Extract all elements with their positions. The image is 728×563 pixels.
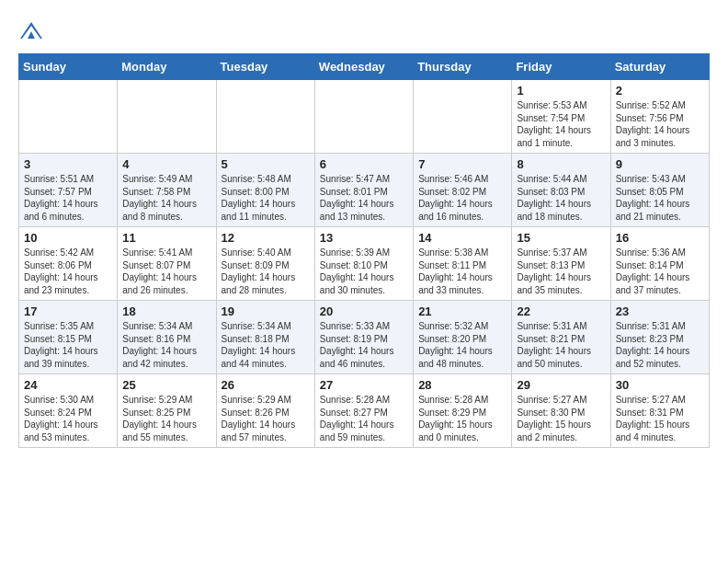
day-cell: 18Sunrise: 5:34 AM Sunset: 8:16 PM Dayli… — [118, 301, 216, 374]
day-header-friday: Friday — [512, 54, 610, 80]
day-number: 24 — [24, 378, 112, 392]
day-number: 27 — [320, 378, 408, 392]
day-info: Sunrise: 5:29 AM Sunset: 8:25 PM Dayligh… — [122, 394, 210, 443]
day-cell: 23Sunrise: 5:31 AM Sunset: 8:23 PM Dayli… — [610, 301, 709, 374]
day-info: Sunrise: 5:52 AM Sunset: 7:56 PM Dayligh… — [616, 99, 704, 149]
day-cell — [118, 80, 216, 154]
day-cell: 1Sunrise: 5:53 AM Sunset: 7:54 PM Daylig… — [512, 80, 610, 154]
day-number: 4 — [122, 157, 210, 171]
day-number: 8 — [517, 157, 605, 171]
day-cell: 19Sunrise: 5:34 AM Sunset: 8:18 PM Dayli… — [216, 301, 314, 374]
week-row: 1Sunrise: 5:53 AM Sunset: 7:54 PM Daylig… — [19, 80, 710, 154]
day-cell: 15Sunrise: 5:37 AM Sunset: 8:13 PM Dayli… — [512, 227, 610, 301]
day-cell: 25Sunrise: 5:29 AM Sunset: 8:25 PM Dayli… — [118, 374, 216, 448]
day-cell — [314, 80, 413, 154]
day-info: Sunrise: 5:37 AM Sunset: 8:13 PM Dayligh… — [517, 247, 605, 296]
day-info: Sunrise: 5:47 AM Sunset: 8:01 PM Dayligh… — [320, 173, 408, 223]
day-number: 20 — [320, 304, 408, 318]
day-number: 28 — [418, 378, 506, 392]
day-info: Sunrise: 5:34 AM Sunset: 8:18 PM Dayligh… — [222, 320, 310, 370]
day-info: Sunrise: 5:53 AM Sunset: 7:54 PM Dayligh… — [517, 99, 605, 149]
day-header-sunday: Sunday — [19, 54, 118, 80]
day-number: 26 — [222, 378, 310, 392]
day-number: 11 — [122, 231, 210, 245]
day-cell: 14Sunrise: 5:38 AM Sunset: 8:11 PM Dayli… — [414, 227, 512, 301]
day-cell: 11Sunrise: 5:41 AM Sunset: 8:07 PM Dayli… — [118, 227, 216, 301]
day-cell: 13Sunrise: 5:39 AM Sunset: 8:10 PM Dayli… — [314, 227, 413, 301]
day-number: 12 — [222, 231, 310, 245]
day-info: Sunrise: 5:30 AM Sunset: 8:24 PM Dayligh… — [24, 394, 112, 443]
week-row: 10Sunrise: 5:42 AM Sunset: 8:06 PM Dayli… — [19, 227, 710, 301]
day-cell — [414, 80, 512, 154]
day-cell: 12Sunrise: 5:40 AM Sunset: 8:09 PM Dayli… — [216, 227, 314, 301]
day-info: Sunrise: 5:31 AM Sunset: 8:23 PM Dayligh… — [616, 320, 704, 370]
day-cell: 21Sunrise: 5:32 AM Sunset: 8:20 PM Dayli… — [414, 301, 512, 374]
day-number: 29 — [517, 378, 605, 392]
day-cell — [19, 80, 118, 154]
day-number: 3 — [24, 157, 112, 171]
day-info: Sunrise: 5:42 AM Sunset: 8:06 PM Dayligh… — [24, 247, 112, 296]
day-number: 22 — [517, 304, 605, 318]
day-cell: 8Sunrise: 5:44 AM Sunset: 8:03 PM Daylig… — [512, 154, 610, 227]
day-headers: SundayMondayTuesdayWednesdayThursdayFrid… — [19, 54, 710, 80]
day-number: 1 — [517, 84, 605, 98]
day-info: Sunrise: 5:48 AM Sunset: 8:00 PM Dayligh… — [222, 173, 310, 223]
day-number: 13 — [320, 231, 408, 245]
day-header-thursday: Thursday — [414, 54, 512, 80]
week-row: 24Sunrise: 5:30 AM Sunset: 8:24 PM Dayli… — [19, 374, 710, 448]
day-cell: 6Sunrise: 5:47 AM Sunset: 8:01 PM Daylig… — [314, 154, 413, 227]
day-info: Sunrise: 5:51 AM Sunset: 7:57 PM Dayligh… — [24, 173, 112, 223]
day-cell: 17Sunrise: 5:35 AM Sunset: 8:15 PM Dayli… — [19, 301, 118, 374]
day-number: 17 — [24, 304, 112, 318]
day-number: 10 — [24, 231, 112, 245]
day-cell: 7Sunrise: 5:46 AM Sunset: 8:02 PM Daylig… — [414, 154, 512, 227]
day-info: Sunrise: 5:40 AM Sunset: 8:09 PM Dayligh… — [222, 247, 310, 296]
day-info: Sunrise: 5:41 AM Sunset: 8:07 PM Dayligh… — [122, 247, 210, 296]
day-cell: 29Sunrise: 5:27 AM Sunset: 8:30 PM Dayli… — [512, 374, 610, 448]
day-cell: 3Sunrise: 5:51 AM Sunset: 7:57 PM Daylig… — [19, 154, 118, 227]
day-number: 2 — [616, 84, 704, 98]
day-info: Sunrise: 5:33 AM Sunset: 8:19 PM Dayligh… — [320, 320, 408, 370]
day-info: Sunrise: 5:36 AM Sunset: 8:14 PM Dayligh… — [616, 247, 704, 296]
day-number: 5 — [222, 157, 310, 171]
day-info: Sunrise: 5:27 AM Sunset: 8:30 PM Dayligh… — [517, 394, 605, 443]
day-info: Sunrise: 5:46 AM Sunset: 8:02 PM Dayligh… — [418, 173, 506, 223]
day-cell: 10Sunrise: 5:42 AM Sunset: 8:06 PM Dayli… — [19, 227, 118, 301]
day-info: Sunrise: 5:28 AM Sunset: 8:29 PM Dayligh… — [418, 394, 506, 443]
day-cell: 24Sunrise: 5:30 AM Sunset: 8:24 PM Dayli… — [19, 374, 118, 448]
day-number: 6 — [320, 157, 408, 171]
day-number: 23 — [616, 304, 704, 318]
day-number: 21 — [418, 304, 506, 318]
week-row: 3Sunrise: 5:51 AM Sunset: 7:57 PM Daylig… — [19, 154, 710, 227]
page-header — [18, 18, 710, 44]
day-cell: 20Sunrise: 5:33 AM Sunset: 8:19 PM Dayli… — [314, 301, 413, 374]
day-header-wednesday: Wednesday — [314, 54, 413, 80]
logo-icon — [18, 18, 44, 44]
week-row: 17Sunrise: 5:35 AM Sunset: 8:15 PM Dayli… — [19, 301, 710, 374]
day-number: 18 — [122, 304, 210, 318]
day-info: Sunrise: 5:39 AM Sunset: 8:10 PM Dayligh… — [320, 247, 408, 296]
day-number: 9 — [616, 157, 704, 171]
day-info: Sunrise: 5:28 AM Sunset: 8:27 PM Dayligh… — [320, 394, 408, 443]
day-cell: 2Sunrise: 5:52 AM Sunset: 7:56 PM Daylig… — [610, 80, 709, 154]
logo — [18, 18, 48, 44]
day-header-monday: Monday — [118, 54, 216, 80]
day-number: 7 — [418, 157, 506, 171]
day-info: Sunrise: 5:31 AM Sunset: 8:21 PM Dayligh… — [517, 320, 605, 370]
day-info: Sunrise: 5:35 AM Sunset: 8:15 PM Dayligh… — [24, 320, 112, 370]
day-info: Sunrise: 5:34 AM Sunset: 8:16 PM Dayligh… — [122, 320, 210, 370]
day-number: 25 — [122, 378, 210, 392]
day-cell: 16Sunrise: 5:36 AM Sunset: 8:14 PM Dayli… — [610, 227, 709, 301]
day-header-tuesday: Tuesday — [216, 54, 314, 80]
day-cell: 27Sunrise: 5:28 AM Sunset: 8:27 PM Dayli… — [314, 374, 413, 448]
day-info: Sunrise: 5:49 AM Sunset: 7:58 PM Dayligh… — [122, 173, 210, 223]
day-cell: 28Sunrise: 5:28 AM Sunset: 8:29 PM Dayli… — [414, 374, 512, 448]
day-cell — [216, 80, 314, 154]
day-cell: 4Sunrise: 5:49 AM Sunset: 7:58 PM Daylig… — [118, 154, 216, 227]
day-header-saturday: Saturday — [610, 54, 709, 80]
day-cell: 30Sunrise: 5:27 AM Sunset: 8:31 PM Dayli… — [610, 374, 709, 448]
day-info: Sunrise: 5:32 AM Sunset: 8:20 PM Dayligh… — [418, 320, 506, 370]
day-cell: 26Sunrise: 5:29 AM Sunset: 8:26 PM Dayli… — [216, 374, 314, 448]
calendar-table: SundayMondayTuesdayWednesdayThursdayFrid… — [18, 53, 710, 448]
day-info: Sunrise: 5:29 AM Sunset: 8:26 PM Dayligh… — [222, 394, 310, 443]
